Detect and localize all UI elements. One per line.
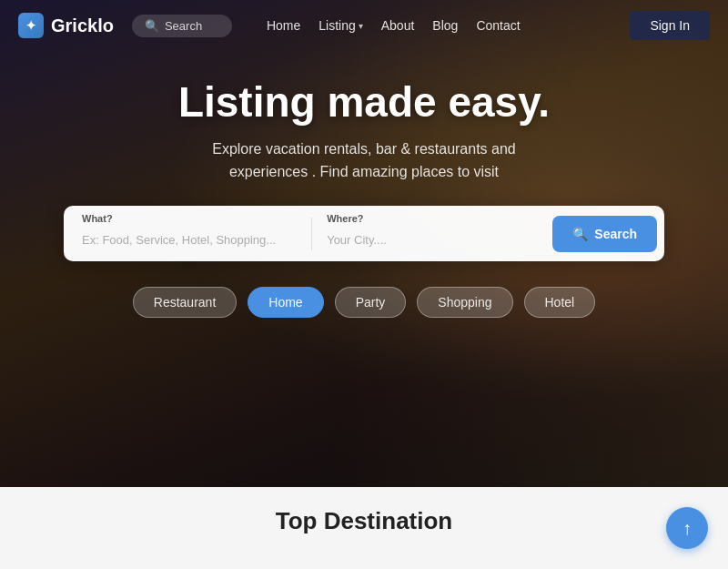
pill-party[interactable]: Party <box>335 287 407 318</box>
search-icon: 🔍 <box>145 19 159 33</box>
where-input[interactable] <box>316 224 552 256</box>
pill-home[interactable]: Home <box>248 287 323 318</box>
bottom-section: Top Destination ↑ <box>0 487 728 569</box>
search-btn-icon: 🔍 <box>572 227 588 241</box>
search-divider <box>311 218 312 250</box>
where-field-group: Where? <box>316 211 552 256</box>
navbar: Gricklo 🔍 Search Home Listing ▾ About Bl… <box>0 0 728 51</box>
chevron-down-icon: ▾ <box>359 21 363 31</box>
where-label: Where? <box>316 211 552 224</box>
scroll-to-top-button[interactable]: ↑ <box>666 507 708 549</box>
search-button[interactable]: 🔍 Search <box>552 216 657 252</box>
hero-content: Listing made easy. Explore vacation rent… <box>0 51 728 184</box>
search-bar-container: What? Where? 🔍 Search <box>0 206 728 261</box>
nav-link-about[interactable]: About <box>374 15 422 36</box>
nav-link-contact[interactable]: Contact <box>469 15 527 36</box>
hero-title: Listing made easy. <box>0 78 728 127</box>
what-input[interactable] <box>71 224 308 256</box>
nav-link-blog[interactable]: Blog <box>425 15 465 36</box>
nav-links: Home Listing ▾ About Blog Contact <box>259 15 528 36</box>
pill-shopping[interactable]: Shopping <box>417 287 512 318</box>
search-bar: What? Where? 🔍 Search <box>64 206 664 261</box>
nav-link-listing[interactable]: Listing ▾ <box>311 15 369 36</box>
sign-in-button[interactable]: Sign In <box>630 11 710 40</box>
arrow-up-icon: ↑ <box>682 518 692 539</box>
what-label: What? <box>71 211 308 224</box>
pill-restaurant[interactable]: Restaurant <box>133 287 237 318</box>
logo[interactable]: Gricklo <box>18 13 114 38</box>
navbar-search-label: Search <box>165 19 202 33</box>
nav-link-home[interactable]: Home <box>259 15 308 36</box>
logo-text: Gricklo <box>51 15 114 36</box>
hero-section: Gricklo 🔍 Search Home Listing ▾ About Bl… <box>0 0 728 487</box>
category-pills: Restaurant Home Party Shopping Hotel <box>0 287 728 318</box>
search-btn-label: Search <box>594 227 637 241</box>
what-field-group: What? <box>71 211 308 256</box>
hero-subtitle: Explore vacation rentals, bar & restaura… <box>0 137 728 184</box>
navbar-search[interactable]: 🔍 Search <box>132 15 232 37</box>
logo-icon <box>18 13 44 38</box>
bottom-section-title: Top Destination <box>276 507 453 535</box>
pill-hotel[interactable]: Hotel <box>524 287 596 318</box>
